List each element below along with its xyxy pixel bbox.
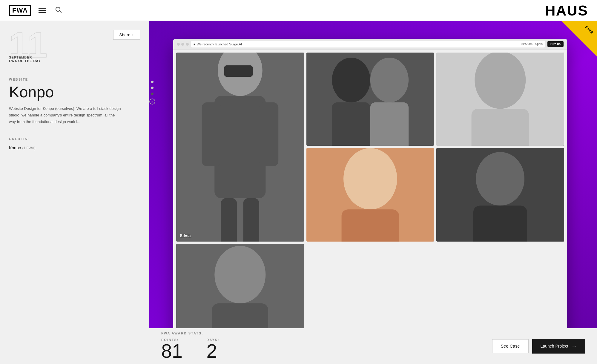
svg-rect-6 xyxy=(259,102,278,166)
svg-rect-7 xyxy=(221,198,237,241)
photo-bw-man xyxy=(436,53,564,146)
pagination-dot-1[interactable] xyxy=(151,81,154,83)
main-content: 11 SEPTEMBER FWA OF THE DAY Share + ▷ WE… xyxy=(0,21,597,364)
svg-point-19 xyxy=(343,148,397,209)
photo-man3-placeholder xyxy=(176,244,304,337)
credits-section: CREDITS: Konpo (1 FWA) xyxy=(0,131,149,156)
date-month: SEPTEMBER xyxy=(9,56,41,59)
search-button[interactable] xyxy=(54,5,63,16)
points-value: 81 xyxy=(161,342,182,361)
share-button[interactable]: Share + xyxy=(113,30,140,40)
photo-man2-placeholder xyxy=(436,148,564,241)
website-description: Website Design for Konpo (ourselves). We… xyxy=(9,105,122,125)
svg-rect-17 xyxy=(472,109,529,146)
stat-points: POINTS: 81 xyxy=(161,338,182,361)
fwa-badge: FWA xyxy=(561,21,597,57)
svg-point-12 xyxy=(370,58,408,102)
launch-project-button[interactable]: Launch Project → xyxy=(532,339,585,354)
browser-dot-2 xyxy=(181,43,184,46)
svg-point-25 xyxy=(214,246,265,303)
browser-dots xyxy=(177,43,189,46)
stat-days: DAYS: 2 xyxy=(206,338,219,361)
pagination-next[interactable]: ▷ xyxy=(149,99,155,105)
photo-bw-couple xyxy=(306,53,434,146)
svg-rect-5 xyxy=(202,102,221,166)
see-case-button[interactable]: See Case xyxy=(492,339,529,353)
photo-silvia: Silvia xyxy=(176,53,304,242)
credits-label: CREDITS: xyxy=(9,137,140,141)
stats-row: POINTS: 81 DAYS: 2 xyxy=(161,338,468,361)
website-section: WEBSITE Konpo Website Design for Konpo (… xyxy=(0,69,149,131)
photo-color-woman xyxy=(306,148,434,241)
browser-dot-1 xyxy=(177,43,180,46)
stats-section: FWA AWARD STATS: POINTS: 81 DAYS: 2 xyxy=(149,325,480,364)
site-title: HAUS xyxy=(545,2,588,19)
fwa-logo[interactable]: FWA xyxy=(9,5,31,16)
stats-title: FWA AWARD STATS: xyxy=(161,331,468,335)
svg-rect-13 xyxy=(332,102,370,146)
header: FWA HAUS xyxy=(0,0,597,21)
credit-name: Konpo xyxy=(9,145,21,150)
arrow-right-icon: → xyxy=(571,343,577,349)
website-label: WEBSITE xyxy=(9,78,140,81)
browser-url-text: We recently launched Surge.AI xyxy=(197,42,242,46)
svg-point-11 xyxy=(332,58,370,102)
browser-mockup: ■ We recently launched Surge.AI 04:58am … xyxy=(173,39,567,340)
date-info: SEPTEMBER FWA OF THE DAY xyxy=(9,56,41,63)
svg-rect-8 xyxy=(243,198,259,241)
svg-line-1 xyxy=(59,11,61,13)
browser-content: Silvia xyxy=(173,50,567,340)
svg-rect-9 xyxy=(224,65,253,77)
date-fwa-label: FWA OF THE DAY xyxy=(9,59,41,63)
photo-bw-man3 xyxy=(176,244,304,337)
photo-label-silvia: Silvia xyxy=(180,233,191,238)
hamburger-menu[interactable] xyxy=(37,7,48,14)
action-buttons: See Case Launch Project → xyxy=(480,333,597,360)
svg-rect-4 xyxy=(214,96,265,198)
svg-rect-23 xyxy=(473,206,527,242)
credit-item: Konpo (1 FWA) xyxy=(9,145,140,150)
left-panel: 11 SEPTEMBER FWA OF THE DAY Share + ▷ WE… xyxy=(0,21,149,364)
svg-rect-20 xyxy=(341,210,399,242)
hero-area: FWA ■ We recently launched Surge.AI 04:5… xyxy=(149,21,597,364)
stats-bar: FWA AWARD STATS: POINTS: 81 DAYS: 2 See … xyxy=(149,328,597,364)
credit-fwa-count: (1 FWA) xyxy=(22,146,35,150)
photo-bw-man2 xyxy=(436,148,564,241)
launch-project-label: Launch Project xyxy=(541,344,568,348)
svg-point-22 xyxy=(476,152,525,206)
browser-time: 04:58am Spain xyxy=(521,42,543,46)
svg-point-16 xyxy=(475,53,526,109)
photo-couple-placeholder xyxy=(306,53,434,146)
header-left: FWA xyxy=(9,5,63,16)
browser-url: ■ We recently launched Surge.AI 04:58am … xyxy=(191,41,545,47)
browser-chrome: ■ We recently launched Surge.AI 04:58am … xyxy=(173,39,567,50)
photo-man-placeholder xyxy=(436,53,564,146)
pagination-dot-2[interactable] xyxy=(151,87,154,89)
days-value: 2 xyxy=(206,342,217,361)
website-name: Konpo xyxy=(9,84,140,101)
fwa-badge-ribbon xyxy=(561,21,597,57)
pagination-dot-3[interactable] xyxy=(151,93,154,95)
browser-dot-3 xyxy=(186,43,189,46)
pagination-dots: ▷ xyxy=(149,81,155,105)
photo-silvia-placeholder: Silvia xyxy=(176,53,304,242)
photo-color-woman-placeholder xyxy=(306,148,434,241)
date-block: 11 SEPTEMBER FWA OF THE DAY xyxy=(0,21,149,69)
svg-rect-14 xyxy=(370,102,408,146)
